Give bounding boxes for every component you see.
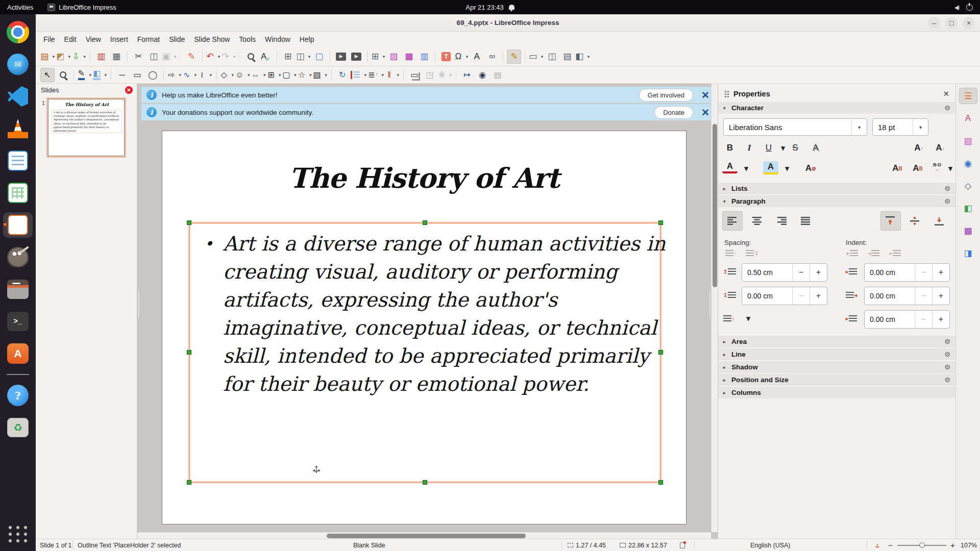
first-line-indent-field[interactable]: 0.00 cm − + <box>864 310 950 329</box>
font-size-combo[interactable]: 18 pt ▾ <box>872 118 928 136</box>
shapes-tab[interactable]: ◇ <box>959 178 977 194</box>
connectors-button[interactable]: ≀ <box>198 68 212 82</box>
zoom-in-button[interactable]: + <box>950 539 955 551</box>
flowchart-button[interactable]: ⊞ <box>267 68 281 82</box>
section-shadow[interactable]: ▸Shadow ⚙ <box>718 361 955 373</box>
dock-trash[interactable]: ♻ <box>3 415 33 440</box>
gallery-tab[interactable]: ▨ <box>959 133 977 149</box>
volume-icon[interactable]: ◀) <box>954 5 959 10</box>
image-filter-button[interactable]: ※ <box>438 68 452 82</box>
insert-media-button[interactable]: ▩ <box>402 49 416 64</box>
italic-button[interactable]: I <box>742 141 757 155</box>
dock-libreoffice-calc[interactable] <box>3 180 33 206</box>
minus-button[interactable]: − <box>915 287 932 305</box>
lines-and-arrows-button[interactable]: ⇨ <box>167 68 182 82</box>
titlebar[interactable]: 69_4.pptx - LibreOffice Impress – □ × <box>36 14 980 32</box>
resize-handle-e[interactable] <box>658 350 663 355</box>
print-button[interactable]: ▦ <box>109 49 124 64</box>
animation-tab[interactable]: ▩ <box>959 222 977 239</box>
fill-color-button[interactable]: ◧ <box>93 68 107 82</box>
slides-panel-close-icon[interactable]: ✕ <box>125 86 133 94</box>
rotate-button[interactable]: ↻ <box>335 68 350 82</box>
notification-close-icon[interactable]: ✕ <box>698 107 713 118</box>
scrollbar-thumb[interactable] <box>713 124 717 287</box>
align-center-button[interactable] <box>747 211 767 231</box>
donate-button[interactable]: Donate <box>654 106 693 119</box>
insert-fontwork-button[interactable]: A <box>470 49 484 64</box>
minimize-button[interactable]: – <box>928 17 940 29</box>
dock-terminal[interactable]: >_ <box>3 309 33 334</box>
insert-text-box-button[interactable]: T <box>439 49 453 64</box>
points-button[interactable]: ↦ <box>460 68 474 82</box>
paste-button[interactable]: ▣ <box>162 49 177 64</box>
spacing-below-field[interactable]: 0.00 cm − + <box>742 287 827 305</box>
menu-item[interactable]: Window <box>260 33 295 45</box>
decrease-paragraph-spacing-button[interactable]: ↧ <box>746 250 758 256</box>
get-involved-button[interactable]: Get involved <box>639 89 693 102</box>
dock-libreoffice-impress[interactable] <box>3 212 33 238</box>
slide-page[interactable]: The History of Art Art is a diverse rang… <box>162 131 687 524</box>
decrease-indent-button[interactable]: ◂ <box>868 250 879 256</box>
crop-button[interactable]: ◳ <box>423 68 437 82</box>
find-replace-button[interactable] <box>243 49 258 64</box>
insert-chart-button[interactable]: ▥ <box>417 49 431 64</box>
resize-handle-s[interactable] <box>423 480 427 485</box>
snap-guides-button[interactable]: ◫ <box>296 49 311 64</box>
styles-tab[interactable]: A <box>959 110 977 127</box>
insert-shape-button[interactable]: ▭ <box>529 49 544 64</box>
scrollbar-thumb[interactable] <box>327 534 526 538</box>
line-spacing-icon[interactable]: ↕ <box>723 315 734 321</box>
slide-layout-button[interactable]: ◧ <box>575 49 590 64</box>
highlight-color-button[interactable]: A <box>763 161 778 174</box>
left-splitter-handle[interactable] <box>137 290 140 318</box>
plus-button[interactable]: + <box>932 264 949 281</box>
navigator-tab[interactable]: ◉ <box>959 155 977 171</box>
menu-item[interactable]: Tools <box>234 33 260 45</box>
superscript-button[interactable]: AB <box>890 161 905 176</box>
language-status[interactable]: English (USA) <box>750 539 791 551</box>
section-line[interactable]: ▸Line ⚙ <box>718 348 955 360</box>
sidebar-close-icon[interactable]: ✕ <box>943 89 949 98</box>
right-splitter-handle[interactable] <box>708 290 711 318</box>
curves-polygons-button[interactable]: ∿ <box>183 68 197 82</box>
section-character[interactable]: ▾ Character ⚙ <box>718 102 955 114</box>
open-button[interactable]: ◩ <box>56 49 71 64</box>
vertical-scrollbar[interactable] <box>711 84 718 532</box>
duplicate-slide-button[interactable]: ◫ <box>545 49 559 64</box>
power-icon[interactable] <box>966 4 973 11</box>
focused-app-menu[interactable]: LibreOffice Impress <box>40 0 123 14</box>
section-position-size[interactable]: ▸Position and Size ⚙ <box>718 374 955 386</box>
zoom-level[interactable]: 107% <box>961 539 977 551</box>
outline-placeholder-selected[interactable]: Art is a diverse range of human activiti… <box>189 222 661 483</box>
font-color-dropdown-icon[interactable]: ▾ <box>739 161 754 176</box>
chevron-down-icon[interactable]: ▾ <box>851 119 867 135</box>
glue-points-button[interactable]: ◉ <box>475 68 489 82</box>
properties-tab[interactable]: ☰ <box>959 88 977 104</box>
dock-vlc[interactable] <box>3 116 33 141</box>
increase-paragraph-spacing-button[interactable]: ↕ <box>725 250 737 256</box>
decrease-font-size-button[interactable]: A↓ <box>933 141 948 155</box>
underline-button[interactable]: U <box>761 141 776 155</box>
master-slides-tab[interactable]: ◧ <box>959 200 977 216</box>
zoom-slider[interactable] <box>897 539 946 551</box>
rectangle-button[interactable]: ▭ <box>130 68 144 82</box>
clone-formatting-button[interactable]: ✎ <box>184 49 199 64</box>
increase-indent-button[interactable]: ▸ <box>847 250 858 256</box>
align-left-button[interactable] <box>722 211 743 231</box>
start-from-current-slide-button[interactable]: ▶ <box>349 49 363 64</box>
close-button[interactable]: × <box>963 17 975 29</box>
shadow-button[interactable]: A <box>808 141 823 155</box>
animation-button[interactable]: ▤ <box>491 68 505 82</box>
align-top-button[interactable] <box>880 211 901 231</box>
new-presentation-button[interactable]: ▤ <box>40 49 55 64</box>
minus-button[interactable]: − <box>792 287 810 305</box>
insert-hyperlink-button[interactable]: ∞ <box>485 49 499 64</box>
paragraph-options-icon[interactable]: ⚙ <box>944 197 950 205</box>
display-views-button[interactable]: ▢ <box>312 49 326 64</box>
menu-item[interactable]: File <box>39 33 60 45</box>
dock-gimp[interactable] <box>3 244 33 270</box>
special-character-button[interactable]: Ω <box>454 49 469 64</box>
basic-shapes-button[interactable]: ◇ <box>220 68 234 82</box>
menu-item[interactable]: Help <box>295 33 319 45</box>
activities-button[interactable]: Activities <box>0 0 40 14</box>
